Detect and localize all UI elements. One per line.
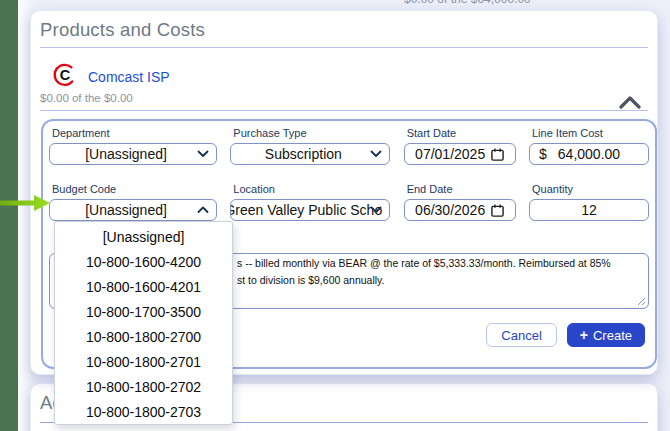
create-button[interactable]: + Create <box>567 323 645 347</box>
chevron-up-icon <box>197 206 209 214</box>
comcast-logo-icon: C <box>53 63 77 91</box>
calendar-icon <box>491 204 504 217</box>
purchase-type-group: Purchase Type Subscription <box>230 127 390 165</box>
budget-code-select[interactable]: [Unassigned] <box>49 199 217 221</box>
title-underline <box>40 47 648 48</box>
quantity-input[interactable]: 12 <box>529 199 649 221</box>
chevron-down-icon <box>370 206 382 214</box>
quantity-group: Quantity 12 <box>529 183 649 221</box>
create-button-label: Create <box>593 328 632 343</box>
dropdown-option[interactable]: 10-800-1600-4200 <box>55 249 232 274</box>
screen: $0.00 of the $64,000.00 Products and Cos… <box>0 0 670 431</box>
product-divider <box>40 110 648 111</box>
svg-text:C: C <box>60 67 71 83</box>
dropdown-option[interactable]: 10-800-1800-2703 <box>55 399 232 424</box>
line-item-cost-input[interactable]: $ 64,000.00 <box>529 143 649 165</box>
location-group: Location Green Valley Public Scho <box>230 183 390 221</box>
purchase-type-label: Purchase Type <box>233 127 390 140</box>
product-row: C Comcast ISP <box>53 63 170 91</box>
dropdown-option[interactable]: 10-800-1800-2701 <box>55 349 232 374</box>
background-green-strip <box>0 0 18 431</box>
form-row-1: Department [Unassigned] Purchase Type Su… <box>49 127 649 165</box>
calendar-icon <box>491 148 504 161</box>
currency-symbol: $ <box>539 146 547 162</box>
dropdown-option[interactable]: 10-800-1600-4201 <box>55 274 232 299</box>
annotation-arrow-icon <box>0 191 52 215</box>
product-name-link[interactable]: Comcast ISP <box>88 69 170 85</box>
purchase-type-select[interactable]: Subscription <box>230 143 390 165</box>
dropdown-option[interactable]: 10-800-1800-2700 <box>55 324 232 349</box>
plus-icon: + <box>580 327 588 343</box>
product-subtotal: $0.00 of the $0.00 <box>40 92 133 104</box>
end-date-group: End Date 06/30/2026 <box>404 183 516 221</box>
department-label: Department <box>52 127 217 140</box>
budget-code-label: Budget Code <box>52 183 217 196</box>
department-group: Department [Unassigned] <box>49 127 217 165</box>
line-item-cost-label: Line Item Cost <box>532 127 649 140</box>
start-date-group: Start Date 07/01/2025 <box>404 127 516 165</box>
budget-code-dropdown-menu: [Unassigned]10-800-1600-420010-800-1600-… <box>54 221 233 425</box>
chevron-up-icon <box>619 96 641 109</box>
top-progress-text: $0.00 of the $64,000.00 <box>404 0 531 6</box>
location-select[interactable]: Green Valley Public Scho <box>230 199 390 221</box>
line-item-cost-group: Line Item Cost $ 64,000.00 <box>529 127 649 165</box>
chevron-down-icon <box>370 150 382 158</box>
start-date-label: Start Date <box>407 127 516 140</box>
cancel-button[interactable]: Cancel <box>486 323 556 347</box>
form-row-2: Budget Code [Unassigned] Location Green … <box>49 183 649 221</box>
start-date-input[interactable]: 07/01/2025 <box>404 143 516 165</box>
budget-code-group: Budget Code [Unassigned] <box>49 183 217 221</box>
location-label: Location <box>233 183 390 196</box>
chevron-down-icon <box>197 150 209 158</box>
description-text-line2: st to division is $9,600 annually. <box>237 274 384 286</box>
collapse-button[interactable] <box>617 95 643 113</box>
quantity-label: Quantity <box>532 183 649 196</box>
department-select[interactable]: [Unassigned] <box>49 143 217 165</box>
end-date-label: End Date <box>407 183 516 196</box>
resize-handle[interactable] <box>637 297 646 306</box>
end-date-input[interactable]: 06/30/2026 <box>404 199 516 221</box>
dropdown-option[interactable]: 10-800-1800-2702 <box>55 374 232 399</box>
dropdown-option[interactable]: 10-800-1700-3500 <box>55 299 232 324</box>
card-title: Products and Costs <box>40 19 648 41</box>
description-text-line1: s -- billed monthly via BEAR @ the rate … <box>237 257 611 269</box>
dropdown-option[interactable]: [Unassigned] <box>55 224 232 249</box>
